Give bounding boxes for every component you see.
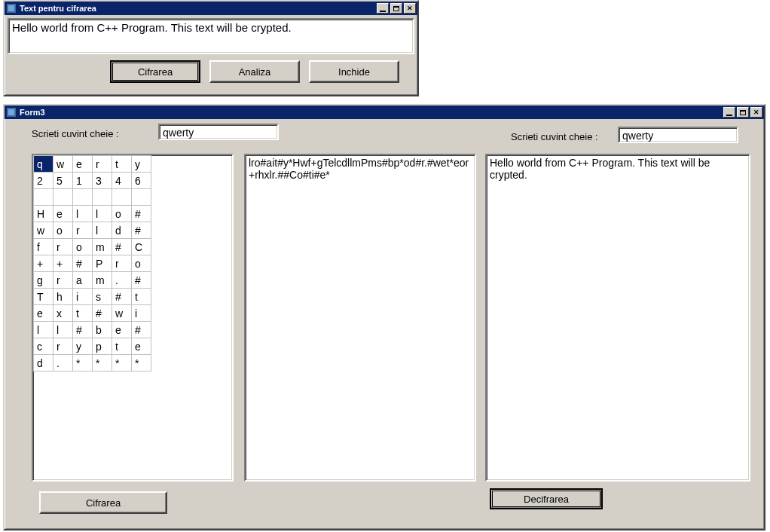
grid-cell[interactable]: d (34, 355, 53, 371)
grid-cell[interactable] (34, 189, 53, 206)
grid-cell[interactable]: r (53, 272, 73, 289)
grid-cell[interactable]: l (53, 322, 73, 338)
grid-cell[interactable]: e (132, 338, 151, 355)
grid-cell[interactable]: 2 (34, 173, 53, 189)
close-button[interactable] (750, 107, 762, 118)
grid-cell[interactable]: 4 (112, 173, 132, 189)
grid-cell[interactable]: * (73, 355, 93, 371)
grid-cell[interactable]: 6 (132, 173, 151, 189)
grid-cell[interactable]: l (93, 222, 112, 239)
grid-cell[interactable]: e (73, 156, 93, 173)
cifrarea-button[interactable]: Cifrarea (110, 60, 200, 83)
grid-cell[interactable]: o (53, 222, 73, 239)
grid-cell[interactable]: x (53, 305, 73, 322)
grid-cell[interactable]: q (34, 156, 53, 173)
left-keyword-input[interactable]: qwerty (158, 124, 279, 140)
grid-cell[interactable]: # (112, 289, 132, 305)
maximize-button[interactable] (390, 3, 402, 14)
grid-cell[interactable]: m (93, 272, 112, 289)
grid-cell[interactable]: 5 (53, 173, 73, 189)
grid-cell[interactable]: # (132, 206, 151, 222)
grid-cell[interactable]: b (93, 322, 112, 338)
grid-cell[interactable]: l (93, 206, 112, 222)
grid-cell[interactable] (93, 189, 112, 206)
grid-cell[interactable]: # (93, 305, 112, 322)
grid-cell[interactable]: + (34, 255, 53, 272)
grid-cell[interactable]: s (93, 289, 112, 305)
window-title: Text pentru cifrarea (20, 4, 375, 13)
grid-cell[interactable]: * (93, 355, 112, 371)
maximize-button[interactable] (737, 107, 749, 118)
grid-cell[interactable]: T (34, 289, 53, 305)
grid-cell[interactable]: t (112, 156, 132, 173)
minimize-button[interactable] (377, 3, 389, 14)
grid-cell[interactable]: P (93, 255, 112, 272)
grid-cell[interactable]: t (112, 338, 132, 355)
grid-cell[interactable]: # (132, 322, 151, 338)
grid-cell[interactable]: f (34, 239, 53, 255)
grid-cell[interactable]: t (132, 289, 151, 305)
plain-output-panel[interactable]: Hello world from C++ Program. This text … (485, 154, 750, 482)
grid-cell[interactable]: y (132, 156, 151, 173)
grid-cell[interactable]: o (73, 239, 93, 255)
grid-cell[interactable]: 3 (93, 173, 112, 189)
input-text-field[interactable]: Hello world from C++ Program. This text … (8, 18, 414, 54)
grid-cell[interactable]: e (53, 206, 73, 222)
grid-cell[interactable]: e (34, 305, 53, 322)
grid-cell[interactable]: r (93, 156, 112, 173)
grid-cell[interactable]: r (53, 239, 73, 255)
grid-cell[interactable]: d (112, 222, 132, 239)
grid-cell[interactable]: 1 (73, 173, 93, 189)
titlebar[interactable]: Text pentru cifrarea (5, 2, 417, 15)
grid-cell[interactable] (112, 189, 132, 206)
inchide-button[interactable]: Inchide (309, 60, 399, 83)
grid-cell[interactable]: r (73, 222, 93, 239)
grid-cell[interactable]: w (112, 305, 132, 322)
minimize-button[interactable] (723, 107, 735, 118)
grid-cell[interactable]: o (112, 206, 132, 222)
grid-cell[interactable] (53, 189, 73, 206)
grid-cell[interactable]: # (73, 322, 93, 338)
grid-cell[interactable]: w (34, 222, 53, 239)
grid-cell[interactable]: r (53, 338, 73, 355)
grid-cell[interactable]: t (73, 305, 93, 322)
right-keyword-input[interactable]: qwerty (618, 127, 738, 143)
grid-cell[interactable]: . (53, 355, 73, 371)
grid-cell[interactable]: c (34, 338, 53, 355)
grid-cell[interactable]: m (93, 239, 112, 255)
grid-cell[interactable]: # (132, 272, 151, 289)
app-icon (6, 107, 17, 118)
titlebar[interactable]: Form3 (5, 105, 764, 119)
grid-cell[interactable]: e (112, 322, 132, 338)
analiza-button[interactable]: Analiza (209, 60, 300, 83)
grid-cell[interactable]: p (93, 338, 112, 355)
grid-cell[interactable]: r (112, 255, 132, 272)
grid-cell[interactable]: g (34, 272, 53, 289)
grid-cell[interactable]: * (112, 355, 132, 371)
right-keyword-label: Scrieti cuvint cheie : (511, 131, 598, 142)
grid-cell[interactable]: w (53, 156, 73, 173)
cipher-output-panel[interactable]: lro#ait#y*Hwf+gTelcdllmPms#bp*od#r.#wet*… (244, 154, 476, 482)
close-button[interactable] (404, 3, 416, 14)
grid-cell[interactable]: + (53, 255, 73, 272)
grid-cell[interactable]: o (132, 255, 151, 272)
grid-cell[interactable] (132, 189, 151, 206)
grid-cell[interactable]: * (132, 355, 151, 371)
grid-cell[interactable]: y (73, 338, 93, 355)
grid-cell[interactable]: l (34, 322, 53, 338)
grid-cell[interactable]: # (132, 222, 151, 239)
cifrarea-button[interactable]: Cifrarea (39, 491, 167, 514)
cipher-grid[interactable]: qwerty251346Hello#world#from#C++#Program… (33, 155, 151, 371)
grid-cell[interactable] (73, 189, 93, 206)
grid-cell[interactable]: i (132, 305, 151, 322)
decifrarea-button[interactable]: Decifrarea (490, 488, 603, 509)
grid-cell[interactable]: l (73, 206, 93, 222)
grid-cell[interactable]: i (73, 289, 93, 305)
grid-cell[interactable]: h (53, 289, 73, 305)
grid-cell[interactable]: . (112, 272, 132, 289)
grid-cell[interactable]: # (73, 255, 93, 272)
grid-cell[interactable]: H (34, 206, 53, 222)
grid-cell[interactable]: # (112, 239, 132, 255)
grid-cell[interactable]: C (132, 239, 151, 255)
grid-cell[interactable]: a (73, 272, 93, 289)
